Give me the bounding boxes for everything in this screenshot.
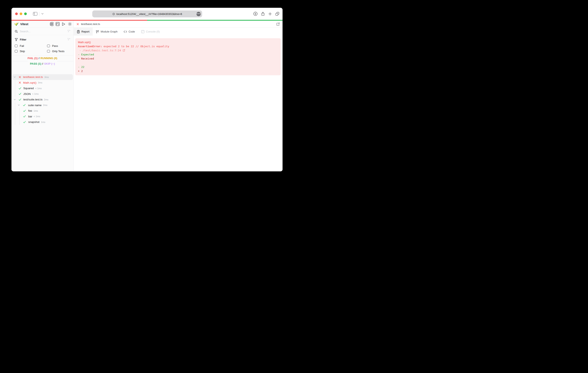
sidebar: Vitest [11, 21, 74, 171]
summary-skip-count: SKIP (--) [44, 62, 55, 65]
tree-view-icon[interactable] [49, 22, 53, 26]
view-tabs: Report Module Graph [74, 28, 283, 36]
filter-option-only-tests[interactable]: Only Tests [47, 50, 64, 53]
fail-x-icon [76, 23, 79, 25]
main-panel: test/basic.test.ts [74, 21, 283, 171]
share-icon[interactable] [261, 12, 265, 16]
pass-check-icon [19, 87, 21, 90]
error-message-line: AssertionError: expected 2 to be 22 // O… [78, 44, 278, 49]
stack-trace-line: - /test/basic.test.ts:7:24 [78, 49, 278, 52]
close-button[interactable] [15, 12, 18, 15]
toolbar-divider [40, 12, 40, 16]
app-title: Vitest [20, 22, 28, 26]
tree-item-squared[interactable]: Squared < 1ms [11, 85, 74, 91]
summary-fail-count: FAIL (1) [28, 57, 38, 60]
tree-item-json[interactable]: JSON < 1ms [11, 91, 74, 97]
code-icon [124, 30, 127, 33]
summary-pass-count: PASS (1) [30, 62, 41, 65]
sidebar-toggle-icon[interactable] [33, 12, 37, 16]
search-row [11, 28, 74, 35]
test-summary: FAIL (1) / RUNNING (0) PASS (1) / SKIP (… [11, 55, 74, 66]
more-icon[interactable]: ●●● [196, 12, 201, 16]
checkbox-only-tests[interactable] [47, 50, 50, 53]
search-icon [15, 30, 18, 33]
module-graph-icon [96, 30, 99, 33]
test-tree: test/basic.test.ts 3ms Math.sqrt() 3ms [11, 66, 74, 171]
clear-search-filter-icon[interactable] [67, 30, 70, 33]
sidebar-header: Vitest [11, 21, 74, 28]
report-icon [77, 30, 80, 33]
tab-module-graph[interactable]: Module Graph [93, 28, 120, 36]
tree-item-snapshot[interactable]: snapshot 1ms [11, 119, 74, 125]
pass-check-icon [23, 110, 26, 112]
file-header: test/basic.test.ts [74, 21, 283, 28]
tab-overview-icon[interactable] [275, 12, 279, 16]
filter-icon [15, 38, 18, 41]
filter-option-fail[interactable]: Fail [15, 44, 47, 47]
collapse-chevron-icon[interactable] [14, 76, 16, 78]
minimize-button[interactable] [20, 12, 22, 15]
traffic-lights [15, 12, 27, 15]
tab-console: Console (0) [138, 28, 163, 36]
checkbox-pass[interactable] [47, 45, 50, 47]
filter-option-skip[interactable]: Skip [15, 50, 47, 53]
checkbox-skip[interactable] [15, 50, 18, 53]
filter-section: Filter Fail [11, 35, 74, 55]
tab-report[interactable]: Report [74, 28, 93, 36]
pass-check-icon [23, 115, 26, 118]
summary-running-count: RUNNING (0) [41, 57, 57, 60]
dashboard-icon[interactable] [55, 22, 60, 26]
diff-expected-value: - 22 [78, 65, 278, 69]
report-view: Math.sqrt() AssertionError: expected 2 t… [74, 36, 283, 171]
collapse-chevron-icon[interactable] [18, 104, 20, 106]
file-header-title: test/basic.test.ts [81, 22, 100, 26]
chevron-down-icon[interactable] [41, 13, 43, 15]
tree-item-bar[interactable]: bar < 1ms [11, 114, 74, 119]
diff-expected-label: - Expected [78, 52, 278, 57]
fail-x-icon [19, 76, 21, 78]
tree-item-math-sqrt[interactable]: Math.sqrt() 3ms [11, 80, 74, 86]
filter-title: Filter [20, 38, 26, 41]
browser-window: localhost:51204/__vitest__/#/?file=16484… [11, 8, 283, 171]
run-all-icon[interactable] [62, 22, 66, 26]
diff-received-label: + Received [78, 57, 278, 61]
vitest-logo [14, 22, 18, 26]
browser-titlebar: localhost:51204/__vitest__/#/?file=16484… [11, 8, 283, 20]
console-icon [141, 30, 145, 33]
failed-test-name: Math.sqrt() [78, 40, 278, 44]
fail-x-icon [19, 81, 21, 84]
globe-icon [112, 13, 115, 15]
desktop-background: localhost:51204/__vitest__/#/?file=16484… [0, 0, 294, 186]
download-icon[interactable] [253, 12, 258, 16]
filter-option-pass[interactable]: Pass [47, 44, 58, 47]
checkbox-fail[interactable] [15, 45, 18, 47]
pass-check-icon [23, 104, 26, 106]
tab-code[interactable]: Code [120, 28, 138, 36]
titlebar-right-tools [253, 8, 279, 20]
tree-item-suite-name[interactable]: suite name 2ms [11, 103, 74, 108]
tree-item-foo[interactable]: foo 1ms [11, 108, 74, 114]
clear-filter-icon[interactable] [67, 38, 70, 41]
tree-item-suite-test-file[interactable]: test/suite.test.ts 2ms [11, 97, 74, 103]
theme-toggle-icon[interactable] [68, 22, 72, 26]
zoom-button[interactable] [24, 12, 27, 15]
error-panel: Math.sqrt() AssertionError: expected 2 t… [75, 38, 281, 75]
tree-item-basic-test-file[interactable]: test/basic.test.ts 3ms [12, 74, 73, 80]
pass-check-icon [23, 121, 26, 123]
collapse-chevron-icon[interactable] [14, 99, 16, 101]
url-text: localhost:51204/__vitest__/#/?file=16484… [116, 12, 182, 16]
pass-check-icon [19, 93, 21, 95]
pass-check-icon [19, 98, 21, 101]
diff-received-value: + 2 [78, 69, 278, 73]
search-input[interactable] [20, 30, 67, 33]
stack-file-link[interactable]: - /test/basic.test.ts:7:24 [79, 49, 121, 52]
open-in-editor-icon[interactable] [123, 49, 125, 52]
new-tab-icon[interactable] [268, 12, 272, 16]
open-in-external-icon[interactable] [276, 22, 280, 26]
diff-blank-line [78, 61, 278, 65]
address-bar[interactable]: localhost:51204/__vitest__/#/?file=16484… [92, 10, 202, 17]
